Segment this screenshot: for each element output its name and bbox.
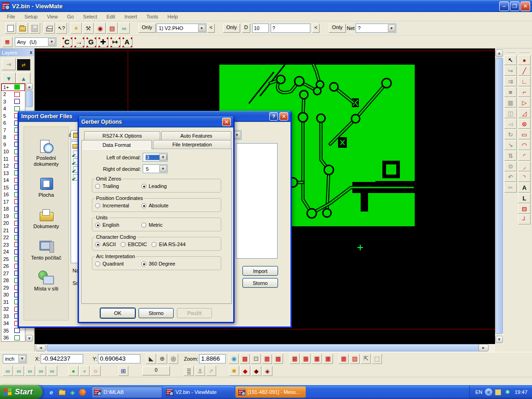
draw-tool-button[interactable]: A — [518, 182, 531, 193]
pattern-tool-button[interactable]: ◆ — [240, 366, 250, 376]
tab-data-format[interactable]: Data Format — [81, 140, 152, 149]
layer-filter-combo[interactable]: 1) V2.PHO ▼ — [157, 24, 206, 33]
radio-option[interactable]: Absolute — [141, 203, 183, 208]
draw-tool-button[interactable]: ◝ — [518, 172, 531, 182]
chevron-down-icon[interactable]: ▼ — [159, 154, 167, 161]
menu-item[interactable]: Tools — [142, 13, 163, 20]
edit-tool-button[interactable]: ↶ — [504, 172, 517, 182]
display-mode-button[interactable]: ∞ — [3, 366, 13, 376]
edit-tool-button[interactable]: ↖ — [504, 55, 517, 65]
edit-tool-button[interactable]: ↘ — [504, 140, 517, 150]
window-title-bar[interactable]: V2.bin - ViewMate – ❐ ✕ — [0, 0, 532, 12]
layer-scroll-down-icon[interactable]: ▼ — [26, 335, 33, 342]
chevron-down-icon[interactable]: ▼ — [159, 165, 167, 172]
toolbar-grip[interactable] — [506, 50, 516, 54]
toolbar-button[interactable]: ∞ — [119, 23, 130, 34]
layer-color-swatch[interactable] — [14, 92, 20, 97]
only-net-button[interactable]: Only — [329, 24, 346, 33]
status-tool-button[interactable]: ◎ — [168, 354, 178, 364]
pan-button[interactable]: ▦← — [290, 354, 300, 364]
draw-tool-button[interactable]: ◜ — [518, 151, 531, 161]
draw-tool-button[interactable]: ⊙ — [518, 119, 531, 129]
toolbar-button[interactable]: ◉ — [95, 23, 106, 34]
grid-tool-button[interactable]: ⇗ — [206, 366, 216, 376]
tray-chevron-icon[interactable]: < — [485, 388, 492, 396]
only-dcode-button[interactable]: Only — [223, 24, 240, 33]
radio-option[interactable]: ASCII — [95, 242, 116, 247]
letter-tool-button[interactable]: ✚ — [97, 36, 109, 48]
toolbar-button[interactable]: ▤ — [107, 23, 118, 34]
radio-option[interactable]: Quadrant — [95, 261, 137, 266]
view-tool-button[interactable]: ▧ — [350, 354, 360, 364]
letter-tool-button[interactable]: C — [61, 36, 73, 48]
only-layer-button[interactable]: Only — [139, 24, 156, 33]
context-help-button[interactable]: ↖? — [56, 23, 67, 34]
place-item[interactable]: Dokumenty — [25, 208, 67, 230]
language-indicator[interactable]: EN — [475, 389, 482, 395]
radio-icon[interactable] — [141, 203, 146, 208]
radio-option[interactable]: EIA RS-244 — [151, 242, 185, 247]
messenger-tray-icon[interactable]: ✱ — [504, 389, 511, 396]
chevron-down-icon[interactable]: ▼ — [388, 24, 395, 32]
grid-tool-button[interactable]: ⣿ — [184, 366, 194, 376]
taskbar-task-button[interactable]: V2.bin - ViewMate — [163, 387, 234, 398]
minimize-button[interactable]: – — [499, 1, 509, 11]
dcode-back-button[interactable]: < — [312, 24, 320, 33]
layer-row[interactable]: 3 — [1, 98, 25, 105]
edit-tool-button[interactable]: ⇉ — [504, 76, 517, 86]
letter-tool-button[interactable]: ↦ — [109, 36, 121, 48]
layer-row[interactable]: 1+ — [1, 84, 25, 91]
any-type-combo[interactable]: Any (U) ▼ — [15, 37, 56, 47]
scroll-left-icon[interactable]: ◄ — [36, 344, 46, 351]
radio-option[interactable]: 360 Degree — [141, 261, 183, 266]
radio-icon[interactable] — [151, 242, 157, 247]
net-filter-combo[interactable]: ? ▼ — [356, 24, 396, 33]
menu-item[interactable]: View — [42, 13, 62, 20]
draw-tool-button[interactable]: ◿ — [518, 108, 531, 118]
right-of-decimal-combo[interactable]: 5 ▼ — [143, 164, 168, 173]
chevron-down-icon[interactable]: ▼ — [18, 355, 26, 363]
layer-row[interactable]: 35 — [1, 327, 25, 334]
place-item[interactable]: Tento počítač — [25, 240, 67, 261]
radio-icon[interactable] — [95, 184, 100, 189]
radio-icon[interactable] — [95, 203, 100, 208]
menu-item[interactable]: Setup — [20, 13, 42, 20]
display-mode-button[interactable]: ∞ — [47, 366, 57, 376]
chevron-down-icon[interactable]: ▼ — [198, 24, 206, 32]
chevron-down-icon[interactable]: ▼ — [48, 38, 55, 46]
edit-tool-button[interactable]: ◅ — [504, 119, 517, 129]
view-tool-button[interactable]: ▦ — [339, 354, 349, 364]
draw-tool-button[interactable]: ▭ — [518, 129, 531, 139]
radio-icon[interactable] — [141, 184, 146, 189]
print-button[interactable] — [44, 23, 55, 34]
toolbar-button[interactable]: ⚒ — [83, 23, 94, 34]
pattern-tool-button[interactable]: ✹ — [229, 366, 239, 376]
display-mode-button[interactable]: ∞ — [25, 366, 35, 376]
highlight-button[interactable]: ○ — [91, 366, 101, 376]
place-item[interactable]: Plocha — [25, 177, 67, 198]
layer-color-swatch[interactable] — [14, 99, 20, 104]
zoom-value-field[interactable] — [199, 354, 226, 363]
left-of-decimal-combo[interactable]: 3 ▼ — [143, 153, 168, 162]
vertical-scroll-thumb[interactable] — [496, 58, 503, 334]
edit-tool-button[interactable]: ▦ — [504, 97, 517, 108]
grid-tool-button[interactable]: ⚓ — [195, 366, 205, 376]
radio-icon[interactable] — [141, 223, 146, 228]
pan-button[interactable]: ▦↓ — [312, 354, 322, 364]
draw-tool-button[interactable]: ┘ — [518, 214, 531, 224]
close-button[interactable]: ✕ — [520, 1, 530, 11]
open-file-button[interactable] — [17, 23, 28, 34]
menu-item[interactable]: Edit — [102, 13, 119, 20]
layer-color-swatch[interactable] — [14, 85, 20, 90]
ok-button[interactable]: OK — [100, 308, 135, 318]
window-tool-button[interactable]: ⊞ — [118, 366, 128, 376]
zoom-tool-button[interactable]: ▩ — [240, 354, 250, 364]
radio-option[interactable]: Incremental — [95, 203, 137, 208]
import-cancel-button[interactable]: Storno — [242, 278, 278, 288]
edit-tool-button[interactable]: ↪ — [504, 66, 517, 76]
clipboard-tray-icon[interactable] — [495, 389, 501, 395]
pan-button[interactable]: ▦↑ — [323, 354, 333, 364]
edit-tool-button[interactable]: ⚙ — [504, 161, 517, 171]
green-app-icon[interactable]: ◈ — [68, 388, 77, 396]
radio-option[interactable]: EBCDIC — [121, 242, 147, 247]
